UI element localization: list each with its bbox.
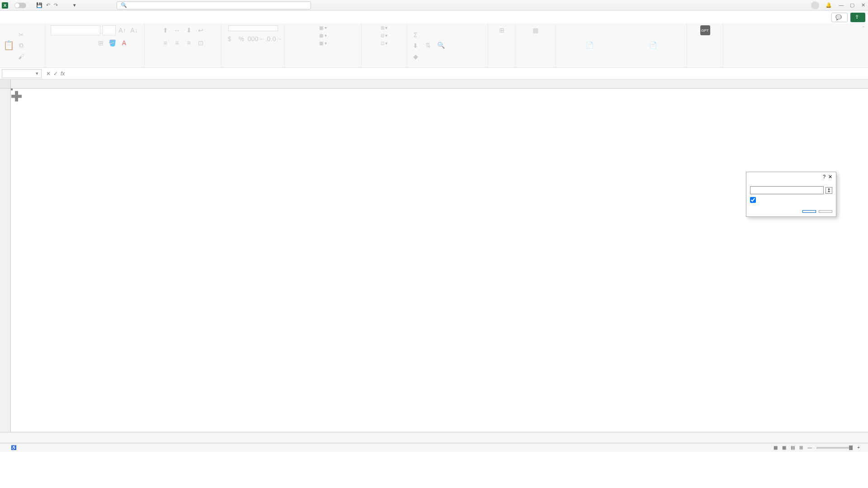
font-name-input[interactable]: [51, 25, 100, 35]
pdf-link-icon[interactable]: 📄: [585, 40, 595, 50]
analysis-icon[interactable]: ▦: [531, 25, 541, 35]
increase-font-icon[interactable]: A↑: [118, 25, 127, 35]
filename[interactable]: ▾: [71, 2, 76, 8]
fx-icon[interactable]: fx: [61, 70, 65, 77]
find-icon[interactable]: 🔍: [436, 40, 446, 50]
autosave-toggle[interactable]: [13, 3, 26, 8]
view-normal-icon[interactable]: ▦: [782, 445, 786, 450]
notif-icon[interactable]: 🔔: [826, 2, 832, 8]
gpt-icon[interactable]: GPT: [700, 25, 710, 35]
merge-icon[interactable]: ⊡: [196, 38, 206, 48]
delete-cells-button[interactable]: ⊟ ▾: [381, 33, 388, 38]
align-left-icon[interactable]: ≡: [160, 38, 170, 48]
excel-icon: X: [2, 2, 8, 9]
zoom-out-icon[interactable]: —: [807, 445, 812, 450]
close-icon[interactable]: ✕: [860, 2, 866, 8]
save-icon[interactable]: 💾: [36, 2, 42, 8]
font-size-input[interactable]: [102, 25, 116, 35]
range-selector-icon[interactable]: ↥: [826, 187, 832, 194]
bold-icon[interactable]: [61, 38, 71, 48]
collapse-ribbon-icon[interactable]: ⌃: [859, 23, 868, 67]
select-all-corner[interactable]: [0, 80, 10, 89]
currency-icon[interactable]: $: [225, 34, 235, 44]
decrease-font-icon[interactable]: A↓: [129, 25, 139, 35]
addins-icon[interactable]: ⊞: [497, 25, 507, 35]
status-accessibility[interactable]: ♿: [11, 445, 16, 450]
view-pagebreak-icon[interactable]: ⊞: [799, 445, 803, 450]
spreadsheet-grid[interactable]: ✚: [0, 80, 868, 432]
cell-cursor-icon: ✚: [11, 89, 22, 104]
range-input[interactable]: [750, 186, 824, 194]
percent-icon[interactable]: %: [236, 34, 246, 44]
ribbon-tabs: 💬 ⇪: [0, 11, 868, 23]
align-bot-icon[interactable]: ⬇: [184, 25, 194, 35]
fill-color-icon[interactable]: 🪣: [108, 38, 118, 48]
autosum-icon[interactable]: Σ: [410, 30, 420, 40]
cell-styles-button[interactable]: ▦ ▾: [319, 41, 327, 46]
comments-button[interactable]: 💬: [831, 13, 848, 22]
as-table-button[interactable]: ▦ ▾: [319, 33, 327, 38]
format-cells-button[interactable]: ⊡ ▾: [381, 41, 388, 46]
redo-icon[interactable]: ↷: [54, 2, 58, 8]
fill-icon[interactable]: ⬇: [410, 41, 420, 51]
cond-format-button[interactable]: ▦ ▾: [319, 25, 327, 30]
selection-marquee: [11, 89, 13, 90]
name-box[interactable]: ▾: [2, 69, 42, 78]
align-right-icon[interactable]: ≡: [184, 38, 194, 48]
formula-bar: ▾ ✕ ✓ fx: [0, 68, 868, 80]
titlebar: X 💾 ↶ ↷ ▾ 🔍 🔔 — ▢ ✕: [0, 0, 868, 11]
paste-icon[interactable]: 📋: [4, 40, 14, 50]
formula-input[interactable]: [67, 69, 868, 78]
format-painter-icon[interactable]: 🖌: [16, 52, 26, 61]
undo-icon[interactable]: ↶: [46, 2, 50, 8]
dec-dec-icon[interactable]: .0→: [272, 34, 282, 44]
maximize-icon[interactable]: ▢: [849, 2, 855, 8]
font-color-icon[interactable]: A: [119, 38, 129, 48]
wrap-icon[interactable]: ↩: [196, 25, 206, 35]
create-table-dialog: ? ✕ ↥: [746, 172, 836, 217]
align-center-icon[interactable]: ≡: [172, 38, 182, 48]
italic-icon[interactable]: [72, 38, 82, 48]
cancel-button[interactable]: [819, 210, 832, 213]
ok-button[interactable]: [802, 210, 816, 213]
zoom-slider[interactable]: [816, 447, 853, 449]
pdf-outlook-icon[interactable]: 📄: [648, 40, 658, 50]
sheet-tabs: [0, 432, 868, 443]
underline-icon[interactable]: [84, 38, 94, 48]
number-format-input[interactable]: [228, 25, 278, 31]
insert-cells-button[interactable]: ⊞ ▾: [381, 25, 388, 30]
inc-dec-icon[interactable]: ←.0: [260, 34, 270, 44]
accept-formula-icon[interactable]: ✓: [53, 70, 58, 77]
search-input[interactable]: 🔍: [117, 1, 311, 9]
sort-icon[interactable]: ⇅: [423, 40, 433, 50]
has-headers-checkbox[interactable]: [750, 197, 832, 203]
align-top-icon[interactable]: ⬆: [160, 25, 170, 35]
status-bar: ♿ ▦ ▦ ▤ ⊞ — +: [0, 443, 868, 452]
align-mid-icon[interactable]: ↔: [172, 25, 182, 35]
minimize-icon[interactable]: —: [838, 2, 844, 8]
border-icon[interactable]: ⊞: [96, 38, 106, 48]
active-cell-outline: [11, 89, 13, 90]
cancel-formula-icon[interactable]: ✕: [46, 70, 51, 77]
avatar[interactable]: [811, 1, 819, 9]
display-settings[interactable]: ▦: [774, 445, 778, 450]
comma-icon[interactable]: 000: [248, 34, 258, 44]
search-icon: 🔍: [121, 2, 127, 8]
dialog-close-icon[interactable]: ✕: [828, 174, 832, 180]
help-icon[interactable]: ?: [823, 174, 826, 180]
zoom-in-icon[interactable]: +: [857, 445, 860, 450]
ribbon: 📋 ✂ ⧉ 🖌 A↑ A↓ ⊞ 🪣: [0, 23, 868, 68]
cut-icon[interactable]: ✂: [16, 30, 26, 40]
share-button[interactable]: ⇪: [850, 13, 865, 22]
clear-icon[interactable]: ◆: [410, 52, 420, 61]
view-pagelayout-icon[interactable]: ▤: [791, 445, 795, 450]
copy-icon[interactable]: ⧉: [16, 41, 26, 51]
